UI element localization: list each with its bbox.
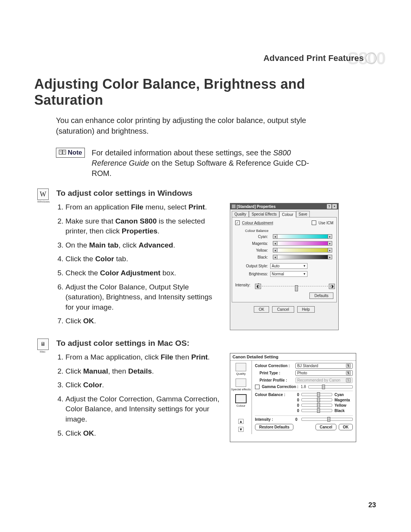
intensity-slider[interactable]: ◐ ◑ xyxy=(262,286,328,286)
gamma-value: 1.8 xyxy=(301,385,306,389)
output-style-select[interactable]: Auto▼ xyxy=(270,263,307,269)
windows-properties-dialog: [Standard] Properties ? × Quality Specia… xyxy=(230,203,339,330)
list-item: Click the Color tab. xyxy=(65,254,220,264)
print-type-label: Print Type : xyxy=(260,371,293,375)
magenta-slider[interactable] xyxy=(301,398,332,401)
tab-panel: ✓ Colour Adjustment Use ICM Colour Balan… xyxy=(232,217,337,302)
tab-save[interactable]: Save xyxy=(296,211,310,217)
dialog-title: Canon Detailed Setting xyxy=(230,353,356,361)
arrow-right-icon[interactable]: ▸ xyxy=(328,241,332,246)
ok-button[interactable]: OK xyxy=(339,424,353,430)
list-item: Adjust the Color Balance, Output Style (… xyxy=(65,282,220,313)
tab-special-effects[interactable]: Special Effects xyxy=(249,211,279,217)
yellow-label: Yellow xyxy=(335,403,353,407)
intensity-label: Intensity : xyxy=(255,417,293,422)
list-item: Click Manual, then Details. xyxy=(65,366,220,377)
ok-button[interactable]: OK xyxy=(254,306,269,313)
brightness-label: Brightness: xyxy=(245,272,268,276)
arrow-right-icon[interactable]: ▸ xyxy=(328,248,332,252)
tab-quality[interactable]: Quality xyxy=(232,211,249,217)
slider-thumb[interactable] xyxy=(317,392,320,397)
intensity-label: Intensity: xyxy=(235,283,253,287)
yellow-slider[interactable] xyxy=(301,404,332,407)
intensity-right-icon[interactable]: ◑ xyxy=(329,284,335,289)
updown-icon: ⇅ xyxy=(346,378,351,382)
gamma-checkbox[interactable] xyxy=(255,385,260,389)
arrow-left-icon[interactable]: ◂ xyxy=(273,255,277,259)
defaults-button[interactable]: Defaults xyxy=(309,292,333,299)
black-slider[interactable]: ◂▸ xyxy=(277,255,328,259)
help-button[interactable]: Help xyxy=(297,306,315,313)
arrow-left-icon[interactable]: ◂ xyxy=(273,234,277,239)
list-item: From an application File menu, select Pr… xyxy=(65,202,220,212)
list-item: Click OK. xyxy=(65,316,220,326)
arrow-left-icon[interactable]: ◂ xyxy=(273,241,277,246)
use-icm-checkbox[interactable] xyxy=(312,220,316,225)
colour-correction-select[interactable]: BJ Standard⇅ xyxy=(295,363,353,369)
magenta-label: Magenta xyxy=(335,398,353,402)
cyan-slider[interactable] xyxy=(301,393,332,396)
windows-heading: To adjust color settings in Windows xyxy=(56,189,377,198)
note-label: Note xyxy=(68,149,82,157)
brightness-select[interactable]: Normal▼ xyxy=(270,271,307,277)
note-block: Note For detailed information about thes… xyxy=(56,148,377,179)
intensity-left-icon[interactable]: ◐ xyxy=(255,284,261,289)
sidebar-item-special[interactable]: Special effects xyxy=(231,379,251,391)
windows-steps: From an application File menu, select Pr… xyxy=(56,202,220,330)
slider-thumb[interactable] xyxy=(327,417,330,422)
black-slider[interactable] xyxy=(301,409,332,412)
mac-icon-label: Mac xyxy=(37,350,48,353)
sidebar: Quality Special effects Colour ▲ ▼ xyxy=(230,361,252,434)
slider-thumb[interactable] xyxy=(317,408,320,413)
dialog-title: [Standard] Properties xyxy=(237,204,276,209)
slider-thumb[interactable] xyxy=(322,385,325,389)
slider-thumb[interactable] xyxy=(317,403,320,407)
intensity-slider[interactable] xyxy=(301,418,353,421)
tab-colour[interactable]: Colour xyxy=(279,211,296,217)
arrow-left-icon[interactable]: ◂ xyxy=(273,248,277,252)
dialog-titlebar[interactable]: [Standard] Properties ? × xyxy=(230,203,338,209)
colour-adjustment-checkbox[interactable]: ✓ xyxy=(235,220,240,225)
scroll-down-icon[interactable]: ▼ xyxy=(238,427,244,432)
help-icon[interactable]: ? xyxy=(327,204,331,209)
close-icon[interactable]: × xyxy=(332,204,337,209)
arrow-right-icon[interactable]: ▸ xyxy=(328,255,332,259)
yellow-slider[interactable]: ◂▸ xyxy=(277,248,328,252)
mac-detailed-setting-dialog: Canon Detailed Setting Quality Special e… xyxy=(230,353,356,442)
list-item: Click Color. xyxy=(65,380,220,390)
list-item: Adjust the Color Correction, Gamma Corre… xyxy=(65,394,220,425)
slider-thumb[interactable] xyxy=(295,285,298,291)
list-item: From a Mac application, click File then … xyxy=(65,352,220,363)
gamma-label: Gamma Correction : xyxy=(262,385,298,389)
restore-defaults-button[interactable]: Restore Defaults xyxy=(255,424,293,430)
cancel-button[interactable]: Cancel xyxy=(272,306,294,313)
arrow-right-icon[interactable]: ▸ xyxy=(328,234,332,239)
black-label: Black: xyxy=(245,255,268,259)
book-icon xyxy=(59,150,66,156)
colour-correction-label: Colour Correction : xyxy=(255,364,293,368)
tab-strip: Quality Special Effects Colour Save xyxy=(230,209,338,217)
gamma-slider[interactable] xyxy=(308,385,353,388)
cyan-slider[interactable]: ◂▸ xyxy=(277,234,328,239)
updown-icon: ⇅ xyxy=(346,364,351,368)
app-icon xyxy=(232,204,236,208)
slider-thumb[interactable] xyxy=(317,398,320,402)
chevron-down-icon: ▼ xyxy=(303,264,306,268)
scroll-up-icon[interactable]: ▲ xyxy=(238,419,244,424)
list-item: Make sure that Canon S800 is the selecte… xyxy=(65,216,220,236)
circle-icon xyxy=(365,53,377,64)
note-text: For detailed information about these set… xyxy=(92,148,328,179)
use-icm-label: Use ICM xyxy=(319,221,333,225)
yellow-label: Yellow: xyxy=(245,248,268,252)
windows-icon: W xyxy=(37,189,49,200)
sidebar-item-colour[interactable]: Colour xyxy=(235,394,247,407)
output-style-label: Output Style: xyxy=(245,264,268,268)
magenta-label: Magenta: xyxy=(245,241,268,246)
updown-icon: ⇅ xyxy=(346,371,351,375)
sidebar-item-quality[interactable]: Quality xyxy=(236,363,246,375)
magenta-slider[interactable]: ◂▸ xyxy=(277,241,328,246)
mac-icon: 🖥 xyxy=(37,339,49,350)
colour-balance-label: Colour Balance : xyxy=(255,393,293,397)
cancel-button[interactable]: Cancel xyxy=(315,424,336,430)
print-type-select[interactable]: Photo⇅ xyxy=(295,370,353,376)
